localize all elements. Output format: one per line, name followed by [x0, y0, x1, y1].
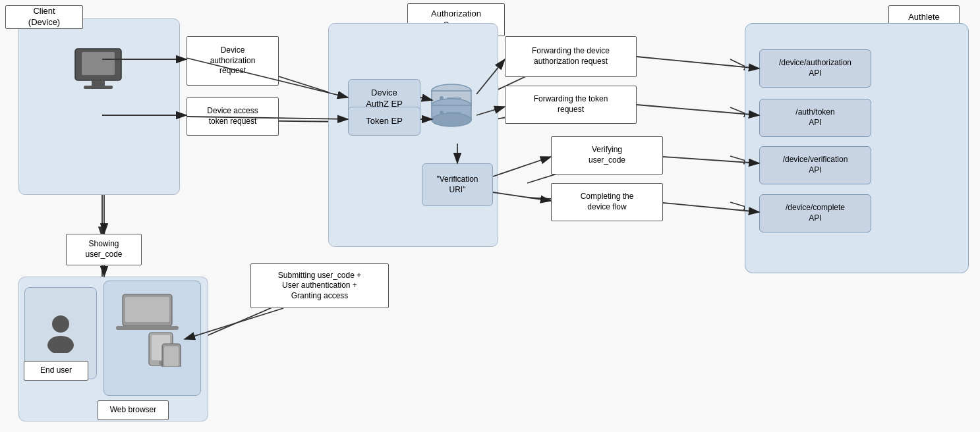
fwd-device-authz-label: Forwarding the device authorization requ… [532, 46, 610, 67]
end-user-browser-container [18, 277, 208, 421]
diagram: Client (Device) Device authorization req… [0, 0, 980, 432]
end-user-label: End user [40, 365, 72, 376]
svg-line-54 [637, 57, 759, 68]
verification-uri-label: "Verification URI" [437, 175, 478, 195]
fwd-device-authz-box: Forwarding the device authorization requ… [505, 36, 637, 77]
token-ep-label: Token EP [366, 116, 403, 127]
device-access-token-request-box: Device access token request [187, 97, 279, 136]
fwd-token-req-label: Forwarding the token request [534, 94, 608, 115]
svg-point-32 [47, 336, 74, 353]
client-label: Client (Device) [28, 6, 60, 28]
device-authz-request-box: Device authorization request [187, 36, 279, 86]
showing-user-code-box: Showing user_code [66, 234, 142, 265]
showing-user-code-label: Showing user_code [85, 239, 122, 259]
submitting-label: Submitting user_code + User authenticati… [278, 271, 361, 302]
verification-uri-box: "Verification URI" [422, 163, 493, 206]
svg-point-31 [52, 315, 69, 333]
web-browser-label-box: Web browser [98, 400, 169, 420]
device-access-token-request-label: Device access token request [207, 106, 258, 126]
api-device-authorization-label: /device/authorization API [779, 58, 851, 78]
api-device-complete-label: /device/complete API [786, 203, 845, 223]
end-user-person-icon [44, 313, 77, 353]
completing-device-flow-box: Completing the device flow [551, 183, 663, 221]
fwd-token-req-box: Forwarding the token request [505, 86, 637, 124]
completing-device-flow-label: Completing the device flow [581, 192, 634, 212]
svg-line-53 [493, 192, 551, 201]
client-device-container [18, 18, 180, 195]
api-device-complete-box: /device/complete API [759, 194, 871, 232]
web-browser-subcontainer [103, 281, 201, 396]
svg-rect-40 [164, 346, 179, 366]
svg-line-55 [637, 105, 759, 115]
monitor-icon [72, 45, 125, 92]
svg-line-52 [493, 157, 551, 176]
api-auth-token-label: /auth/token API [795, 107, 834, 128]
token-ep-box: Token EP [348, 107, 420, 136]
client-device-label: Client (Device) [5, 5, 83, 29]
device-authz-request-label: Device authorization request [210, 45, 256, 76]
verifying-user-code-label: Verifying user_code [589, 145, 625, 165]
svg-rect-35 [116, 326, 179, 330]
authlete-label: Authlete [908, 12, 940, 23]
svg-rect-34 [125, 297, 169, 322]
end-user-label-box: End user [24, 361, 88, 381]
svg-rect-21 [84, 86, 113, 89]
web-browser-label: Web browser [110, 405, 156, 416]
svg-rect-19 [82, 52, 115, 75]
svg-point-26 [432, 113, 471, 126]
server-icon [427, 78, 476, 144]
submitting-box: Submitting user_code + User authenticati… [250, 263, 389, 308]
verifying-user-code-box: Verifying user_code [551, 136, 663, 175]
svg-rect-20 [92, 80, 105, 86]
api-device-verification-box: /device/verification API [759, 146, 871, 184]
api-device-authorization-box: /device/authorization API [759, 49, 871, 88]
svg-point-27 [440, 96, 444, 100]
api-auth-token-box: /auth/token API [759, 99, 871, 137]
web-browser-devices-icon [116, 288, 188, 367]
api-device-verification-label: /device/verification API [783, 155, 848, 175]
svg-point-28 [440, 111, 444, 115]
